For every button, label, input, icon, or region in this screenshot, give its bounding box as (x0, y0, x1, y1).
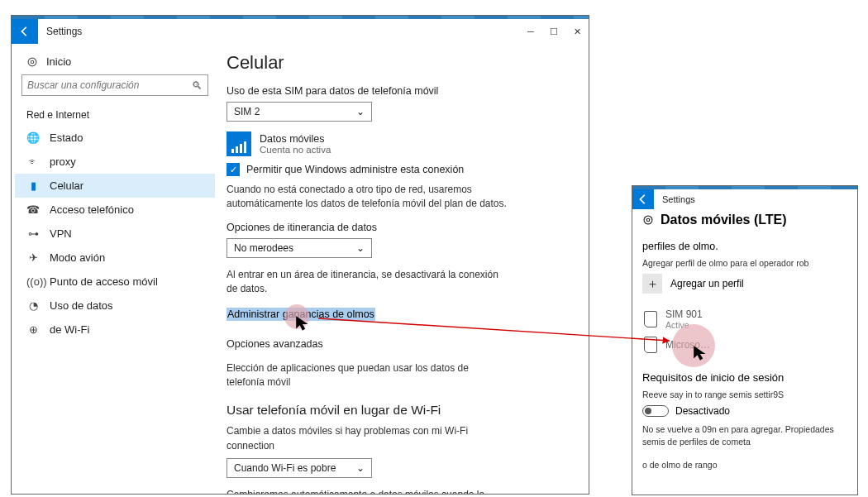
range-text: o de olmo de rango (642, 459, 847, 471)
sidebar-item-de-wi-fi[interactable]: ⊕de Wi-Fi (15, 318, 215, 342)
sub-heading-text: Datos móviles (LTE) (661, 213, 787, 227)
svg-rect-3 (236, 146, 238, 153)
nav-icon: ⊕ (26, 323, 40, 336)
back-button[interactable] (632, 189, 654, 209)
sidebar-item-punto-de-acceso-móvil[interactable]: ((o))Punto de acceso móvil (15, 270, 215, 294)
roaming-label: Opciones de itinerancia de datos (227, 222, 574, 233)
sim-icon (644, 311, 657, 327)
home-item[interactable]: Inicio (15, 52, 215, 74)
sidebar-item-proxy[interactable]: ᯤproxy (15, 150, 215, 174)
nav-label: Acceso telefónico (50, 203, 134, 216)
allow-windows-row[interactable]: ✓ Permitir que Windows administre esta c… (227, 163, 574, 176)
sidebar-item-modo-avión[interactable]: ✈Modo avión (15, 246, 215, 270)
toggle-label: Desactivado (675, 405, 730, 417)
sim-icon (644, 337, 657, 353)
chevron-down-icon: ⌄ (356, 462, 365, 474)
nav-icon: ◔ (26, 299, 40, 312)
maximize-button[interactable]: ☐ (542, 19, 565, 44)
nav-label: Modo avión (50, 251, 105, 264)
allow-windows-expl: Cuando no está conectado a otro tipo de … (227, 183, 508, 212)
sim-select-value: SIM 2 (234, 106, 260, 117)
sub-heading: Datos móviles (LTE) (642, 213, 847, 227)
roaming-expl: Al entrar en un área de itinerancia, se … (227, 268, 508, 297)
nav-icon: ⊶ (26, 227, 40, 240)
manage-profiles-link[interactable]: Administrar ganancias de olmos (227, 308, 375, 320)
svg-rect-2 (231, 149, 234, 153)
content-pane: Celular Uso de esta SIM para datos de te… (218, 44, 589, 494)
nav-label: Celular (50, 179, 83, 192)
settings-sub-window: Settings Datos móviles (LTE) perfiles de… (632, 185, 858, 495)
checkbox-icon: ✓ (227, 163, 240, 176)
wifi-sub: Cambie a datos móviles si hay problemas … (227, 424, 508, 453)
home-label: Inicio (46, 55, 71, 68)
search-box[interactable]: 🔍︎ (21, 74, 208, 96)
signin-hint: Reeve say in to range semis settir9S (642, 389, 847, 400)
toggle-icon (642, 405, 669, 417)
nav-icon: 🌐 (26, 131, 40, 144)
nav-label: VPN (50, 227, 72, 240)
sidebar-item-uso-de-datos[interactable]: ◔Uso de datos (15, 294, 215, 318)
sidebar-item-vpn[interactable]: ⊶VPN (15, 222, 215, 246)
add-profile-button[interactable]: ＋ Agregar un perfil (642, 274, 847, 294)
window-title: Settings (654, 194, 857, 204)
search-icon: 🔍︎ (187, 79, 207, 92)
page-title: Celular (227, 52, 574, 74)
sidebar: Inicio 🔍︎ Red e Internet 🌐Estadoᯤproxy▮C… (12, 44, 218, 494)
nav-label: Estado (50, 131, 83, 144)
nav-label: de Wi-Fi (50, 323, 89, 336)
signin-expl: No se vuelve a 09n en para agregar. Prop… (642, 423, 847, 447)
allow-windows-label: Permitir que Windows administre esta con… (246, 164, 464, 175)
nav-icon: ✈ (26, 251, 40, 264)
chevron-down-icon: ⌄ (356, 106, 365, 117)
nav-group-header: Red e Internet (15, 108, 215, 126)
tile-sub: Cuenta no activa (260, 145, 331, 155)
apps-choice-text: Elección de aplicaciones que puedan usar… (227, 361, 508, 390)
titlebar: Settings ─ ☐ ✕ (12, 19, 589, 44)
svg-point-0 (28, 58, 36, 66)
svg-rect-4 (240, 144, 242, 153)
signal-icon (227, 131, 251, 156)
sim-name-2: Microso… (665, 339, 710, 351)
wifi-expl: Cambiaremos automáticamente a datos móvi… (227, 488, 508, 494)
close-button[interactable]: ✕ (565, 19, 589, 44)
sim-status: Active (665, 320, 703, 330)
search-input[interactable] (22, 79, 187, 91)
roaming-select-value: No merodees (234, 242, 293, 254)
gear-icon (642, 214, 654, 226)
settings-main-window: Settings ─ ☐ ✕ Inicio 🔍︎ Red e Internet … (11, 15, 589, 495)
wifi-select-value: Cuando Wi-Fi es pobre (234, 462, 336, 474)
sim-profile-2[interactable]: Microso… (642, 333, 847, 356)
nav-icon: ((o)) (26, 275, 40, 288)
nav-icon: ᯤ (26, 155, 40, 168)
svg-point-7 (646, 218, 650, 222)
manage-profiles-text: Administrar ganancias de olmos (227, 308, 375, 321)
data-tile[interactable]: Datos móviles Cuenta no activa (227, 131, 574, 156)
advanced-options-link[interactable]: Opciones avanzadas (227, 338, 323, 350)
nav-icon: ▮ (26, 179, 40, 192)
sidebar-item-acceso-telefónico[interactable]: ☎Acceso telefónico (15, 198, 215, 222)
back-button[interactable] (12, 19, 38, 44)
chevron-down-icon: ⌄ (356, 242, 365, 254)
sim-profile-1[interactable]: SIM 901 Active (642, 305, 847, 333)
signin-heading: Requisitos de inicio de sesión (642, 371, 847, 384)
sidebar-item-estado[interactable]: 🌐Estado (15, 126, 215, 150)
sim-usage-label: Uso de esta SIM para datos de telefonía … (227, 85, 574, 97)
roaming-select[interactable]: No merodees ⌄ (227, 238, 372, 258)
nav-icon: ☎ (26, 203, 40, 216)
svg-point-6 (644, 216, 652, 224)
add-hint: Agregar perfil de olmo para el operador … (642, 257, 847, 269)
nav-label: Punto de acceso móvil (50, 275, 158, 288)
sim-select[interactable]: SIM 2 ⌄ (227, 102, 372, 122)
signin-toggle[interactable]: Desactivado (642, 405, 847, 417)
wifi-heading: Usar telefonía móvil en lugar de Wi-Fi (227, 403, 574, 418)
plus-icon: ＋ (642, 274, 662, 294)
sidebar-item-celular[interactable]: ▮Celular (15, 174, 215, 198)
minimize-button[interactable]: ─ (519, 19, 542, 44)
tile-title: Datos móviles (260, 133, 331, 145)
profiles-label: perfiles de olmo. (642, 241, 847, 252)
wifi-select[interactable]: Cuando Wi-Fi es pobre ⌄ (227, 458, 372, 478)
nav-list: 🌐Estadoᯤproxy▮Celular☎Acceso telefónico⊶… (15, 126, 215, 342)
sim-name: SIM 901 (665, 308, 703, 320)
svg-rect-5 (244, 141, 246, 153)
add-profile-label: Agregar un perfil (670, 278, 744, 289)
